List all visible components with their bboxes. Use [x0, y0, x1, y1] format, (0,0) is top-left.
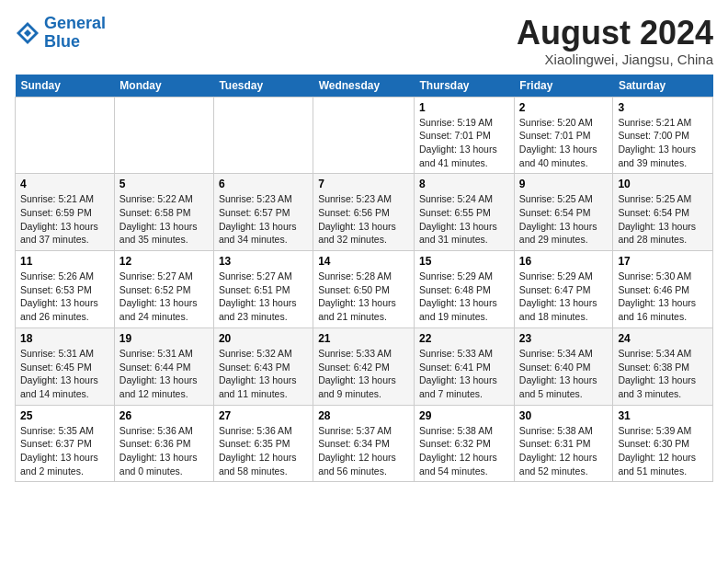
calendar-cell: 20Sunrise: 5:32 AMSunset: 6:43 PMDayligh…	[213, 327, 313, 405]
calendar-cell: 18Sunrise: 5:31 AMSunset: 6:45 PMDayligh…	[16, 327, 115, 405]
day-info: Sunrise: 5:27 AMSunset: 6:51 PMDaylight:…	[219, 270, 308, 324]
calendar-cell: 11Sunrise: 5:26 AMSunset: 6:53 PMDayligh…	[16, 251, 115, 328]
calendar-cell: 6Sunrise: 5:23 AMSunset: 6:57 PMDaylight…	[213, 174, 313, 251]
day-number: 25	[20, 409, 109, 422]
calendar-cell: 25Sunrise: 5:35 AMSunset: 6:37 PMDayligh…	[16, 405, 115, 482]
day-info: Sunrise: 5:38 AMSunset: 6:31 PMDaylight:…	[519, 424, 609, 478]
calendar-cell	[313, 97, 415, 174]
day-info: Sunrise: 5:36 AMSunset: 6:35 PMDaylight:…	[219, 424, 308, 478]
day-info: Sunrise: 5:27 AMSunset: 6:52 PMDaylight:…	[119, 270, 209, 324]
weekday-header-friday: Friday	[514, 75, 613, 98]
day-number: 8	[419, 178, 509, 190]
day-number: 19	[119, 332, 209, 345]
day-info: Sunrise: 5:34 AMSunset: 6:40 PMDaylight:…	[519, 347, 609, 401]
weekday-header-tuesday: Tuesday	[213, 75, 313, 98]
logo-text: General Blue	[44, 15, 106, 52]
day-info: Sunrise: 5:19 AMSunset: 7:01 PMDaylight:…	[419, 116, 509, 170]
day-number: 29	[419, 409, 509, 422]
calendar-cell: 2Sunrise: 5:20 AMSunset: 7:01 PMDaylight…	[514, 97, 613, 174]
day-number: 6	[219, 178, 308, 190]
day-info: Sunrise: 5:34 AMSunset: 6:38 PMDaylight:…	[618, 347, 708, 401]
day-number: 16	[519, 255, 609, 268]
day-number: 30	[519, 409, 609, 422]
day-number: 5	[119, 178, 209, 190]
day-number: 9	[519, 178, 609, 190]
day-info: Sunrise: 5:21 AMSunset: 6:59 PMDaylight:…	[20, 192, 109, 247]
day-number: 23	[519, 332, 609, 345]
day-number: 15	[419, 255, 509, 268]
day-info: Sunrise: 5:30 AMSunset: 6:46 PMDaylight:…	[618, 270, 708, 324]
calendar-cell	[16, 97, 115, 174]
day-info: Sunrise: 5:20 AMSunset: 7:01 PMDaylight:…	[519, 116, 609, 170]
logo-icon	[15, 20, 40, 46]
calendar-cell: 13Sunrise: 5:27 AMSunset: 6:51 PMDayligh…	[213, 251, 313, 328]
title-block: August 2024 Xiaolingwei, Jiangsu, China	[517, 15, 713, 67]
day-number: 27	[219, 409, 308, 422]
calendar-cell: 27Sunrise: 5:36 AMSunset: 6:35 PMDayligh…	[213, 405, 313, 482]
day-number: 28	[318, 409, 409, 422]
calendar-cell: 3Sunrise: 5:21 AMSunset: 7:00 PMDaylight…	[613, 97, 713, 174]
calendar-cell: 12Sunrise: 5:27 AMSunset: 6:52 PMDayligh…	[114, 251, 213, 328]
calendar-cell: 26Sunrise: 5:36 AMSunset: 6:36 PMDayligh…	[114, 405, 213, 482]
calendar-cell: 16Sunrise: 5:29 AMSunset: 6:47 PMDayligh…	[514, 251, 613, 328]
day-number: 13	[219, 255, 308, 268]
calendar-cell: 28Sunrise: 5:37 AMSunset: 6:34 PMDayligh…	[313, 405, 415, 482]
page-header: General Blue August 2024 Xiaolingwei, Ji…	[15, 15, 713, 67]
calendar-table: SundayMondayTuesdayWednesdayThursdayFrid…	[15, 75, 713, 483]
day-number: 2	[519, 101, 609, 114]
month-year: August 2024	[517, 15, 713, 52]
day-info: Sunrise: 5:33 AMSunset: 6:41 PMDaylight:…	[419, 347, 509, 401]
day-info: Sunrise: 5:25 AMSunset: 6:54 PMDaylight:…	[519, 192, 609, 247]
day-info: Sunrise: 5:28 AMSunset: 6:50 PMDaylight:…	[318, 270, 409, 324]
logo: General Blue	[15, 15, 106, 52]
calendar-cell: 8Sunrise: 5:24 AMSunset: 6:55 PMDaylight…	[415, 174, 515, 251]
day-number: 4	[20, 178, 109, 190]
calendar-cell: 22Sunrise: 5:33 AMSunset: 6:41 PMDayligh…	[415, 327, 515, 405]
day-info: Sunrise: 5:29 AMSunset: 6:47 PMDaylight:…	[519, 270, 609, 324]
calendar-cell: 14Sunrise: 5:28 AMSunset: 6:50 PMDayligh…	[313, 251, 415, 328]
weekday-header-wednesday: Wednesday	[313, 75, 415, 98]
day-info: Sunrise: 5:31 AMSunset: 6:44 PMDaylight:…	[119, 347, 209, 401]
calendar-cell	[114, 97, 213, 174]
day-info: Sunrise: 5:38 AMSunset: 6:32 PMDaylight:…	[419, 424, 509, 478]
weekday-header-monday: Monday	[114, 75, 213, 98]
calendar-cell: 21Sunrise: 5:33 AMSunset: 6:42 PMDayligh…	[313, 327, 415, 405]
weekday-header-sunday: Sunday	[16, 75, 115, 98]
day-info: Sunrise: 5:37 AMSunset: 6:34 PMDaylight:…	[318, 424, 409, 478]
calendar-cell: 24Sunrise: 5:34 AMSunset: 6:38 PMDayligh…	[613, 327, 713, 405]
day-number: 24	[618, 332, 708, 345]
day-number: 3	[618, 101, 708, 114]
day-info: Sunrise: 5:23 AMSunset: 6:56 PMDaylight:…	[318, 192, 409, 247]
weekday-header-saturday: Saturday	[613, 75, 713, 98]
day-info: Sunrise: 5:21 AMSunset: 7:00 PMDaylight:…	[618, 116, 708, 170]
calendar-cell: 1Sunrise: 5:19 AMSunset: 7:01 PMDaylight…	[415, 97, 515, 174]
day-info: Sunrise: 5:22 AMSunset: 6:58 PMDaylight:…	[119, 192, 209, 247]
day-number: 7	[318, 178, 409, 190]
calendar-cell: 7Sunrise: 5:23 AMSunset: 6:56 PMDaylight…	[313, 174, 415, 251]
day-info: Sunrise: 5:33 AMSunset: 6:42 PMDaylight:…	[318, 347, 409, 401]
day-number: 14	[318, 255, 409, 268]
calendar-cell: 19Sunrise: 5:31 AMSunset: 6:44 PMDayligh…	[114, 327, 213, 405]
calendar-cell: 31Sunrise: 5:39 AMSunset: 6:30 PMDayligh…	[613, 405, 713, 482]
weekday-header-thursday: Thursday	[415, 75, 515, 98]
calendar-cell: 4Sunrise: 5:21 AMSunset: 6:59 PMDaylight…	[16, 174, 115, 251]
day-number: 18	[20, 332, 109, 345]
day-info: Sunrise: 5:35 AMSunset: 6:37 PMDaylight:…	[20, 424, 109, 478]
calendar-cell: 17Sunrise: 5:30 AMSunset: 6:46 PMDayligh…	[613, 251, 713, 328]
calendar-cell: 15Sunrise: 5:29 AMSunset: 6:48 PMDayligh…	[415, 251, 515, 328]
day-info: Sunrise: 5:32 AMSunset: 6:43 PMDaylight:…	[219, 347, 308, 401]
calendar-cell: 23Sunrise: 5:34 AMSunset: 6:40 PMDayligh…	[514, 327, 613, 405]
day-info: Sunrise: 5:24 AMSunset: 6:55 PMDaylight:…	[419, 192, 509, 247]
day-info: Sunrise: 5:25 AMSunset: 6:54 PMDaylight:…	[618, 192, 708, 247]
day-info: Sunrise: 5:23 AMSunset: 6:57 PMDaylight:…	[219, 192, 308, 247]
day-number: 22	[419, 332, 509, 345]
calendar-cell: 9Sunrise: 5:25 AMSunset: 6:54 PMDaylight…	[514, 174, 613, 251]
day-number: 26	[119, 409, 209, 422]
calendar-cell: 30Sunrise: 5:38 AMSunset: 6:31 PMDayligh…	[514, 405, 613, 482]
calendar-cell	[213, 97, 313, 174]
day-number: 12	[119, 255, 209, 268]
day-info: Sunrise: 5:31 AMSunset: 6:45 PMDaylight:…	[20, 347, 109, 401]
location: Xiaolingwei, Jiangsu, China	[517, 52, 713, 67]
day-info: Sunrise: 5:26 AMSunset: 6:53 PMDaylight:…	[20, 270, 109, 324]
calendar-cell: 5Sunrise: 5:22 AMSunset: 6:58 PMDaylight…	[114, 174, 213, 251]
